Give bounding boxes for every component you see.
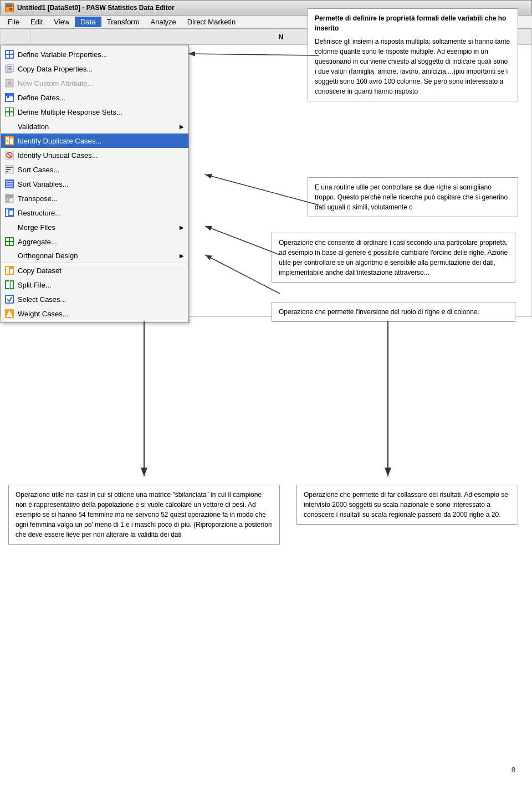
annotation-bottom-left-body: Operazione utile nei casi in cui si otti… — [16, 490, 273, 540]
svg-rect-44 — [6, 209, 8, 216]
menu-view[interactable]: View — [48, 17, 75, 27]
aggregate-icon — [4, 237, 14, 247]
copy-data-properties-label: Copy Data Properties... — [18, 65, 93, 73]
svg-rect-23 — [6, 112, 9, 116]
identify-duplicate-icon — [4, 136, 14, 146]
data-menu-dropdown: Define Variable Properties... Copy Data … — [1, 45, 189, 323]
svg-rect-59 — [6, 296, 13, 302]
menu-validation[interactable]: Validation ▶ — [1, 119, 188, 134]
svg-rect-42 — [6, 195, 13, 198]
transpose-icon — [4, 193, 14, 203]
copy-data-icon — [4, 64, 14, 74]
identify-duplicate-cases-label: Identify Duplicate Cases... — [18, 137, 101, 145]
menu-orthogonal-design[interactable]: Orthogonal Design ▶ — [1, 249, 188, 263]
annotation-top: Permette di definire le proprietà formal… — [308, 8, 518, 101]
svg-rect-55 — [6, 281, 9, 288]
svg-rect-49 — [6, 242, 9, 245]
annotation-duplicate: E una routine utile per controllare se d… — [308, 177, 518, 217]
app-icon — [5, 3, 14, 12]
annotation-transpose: Operazione che permette l'inversione del… — [272, 302, 515, 322]
define-dates-label: Define Dates... — [18, 94, 65, 102]
svg-rect-24 — [10, 112, 13, 116]
menu-define-variable-properties[interactable]: Define Variable Properties... — [1, 47, 188, 61]
menu-copy-data-properties[interactable]: Copy Data Properties... — [1, 61, 188, 76]
svg-rect-7 — [10, 51, 13, 54]
menu-transform[interactable]: Transform — [101, 17, 145, 27]
menu-restructure[interactable]: Restructure... — [1, 206, 188, 220]
menu-identify-unusual-cases[interactable]: Identify Unusual Cases... — [1, 148, 188, 162]
sort-cases-label: Sort Cases... — [18, 166, 59, 174]
split-file-label: Split File... — [18, 281, 52, 289]
menu-merge-files[interactable]: Merge Files ▶ — [1, 220, 188, 234]
select-cases-icon — [4, 294, 14, 304]
annotation-transpose-body: Operazione che permette l'inversione del… — [279, 307, 508, 317]
aggregate-label: Aggregate... — [18, 238, 57, 246]
restructure-icon — [4, 208, 14, 218]
annotation-bottom-right-body: Operazione che permette di far collassar… — [304, 490, 511, 520]
menu-define-multiple-response[interactable]: Define Multiple Response Sets... — [1, 105, 188, 119]
menu-data[interactable]: Data — [75, 17, 101, 27]
copy-dataset-label: Copy Dataset — [18, 266, 62, 275]
identify-unusual-cases-label: Identify Unusual Cases... — [18, 151, 98, 160]
merge-files-arrow: ▶ — [180, 224, 184, 230]
sort-variables-label: Sort Variables... — [18, 180, 69, 188]
menu-aggregate[interactable]: Aggregate... — [1, 234, 188, 249]
svg-rect-27 — [10, 138, 13, 144]
transpose-label: Transpose... — [18, 194, 58, 203]
svg-rect-18 — [6, 94, 13, 96]
identify-unusual-icon — [4, 150, 14, 160]
svg-rect-57 — [11, 281, 13, 288]
sort-cases-icon — [4, 165, 14, 175]
menu-select-cases[interactable]: Select Cases... — [1, 292, 188, 306]
svg-rect-50 — [10, 242, 13, 245]
define-dates-icon — [4, 93, 14, 102]
svg-rect-8 — [10, 55, 13, 58]
menu-define-dates[interactable]: Define Dates... — [1, 90, 188, 105]
menu-sort-variables[interactable]: Sort Variables... — [1, 177, 188, 191]
restructure-label: Restructure... — [18, 209, 61, 217]
annotation-bottom-right: Operazione che permette di far collassar… — [296, 485, 518, 525]
svg-rect-22 — [10, 108, 13, 111]
menu-analyze[interactable]: Analyze — [145, 17, 182, 27]
svg-text:A: A — [8, 80, 12, 86]
validation-icon — [4, 121, 14, 131]
merge-files-label: Merge Files — [18, 223, 55, 232]
define-multiple-response-icon — [4, 107, 14, 117]
svg-rect-1 — [9, 4, 12, 7]
svg-rect-5 — [6, 51, 9, 54]
row-header — [1, 29, 30, 45]
menu-transpose[interactable]: Transpose... — [1, 191, 188, 206]
validation-label: Validation — [18, 122, 49, 131]
svg-rect-3 — [9, 8, 12, 11]
annotation-duplicate-body: E una routine utile per controllare se d… — [315, 182, 511, 212]
new-custom-icon: A — [4, 78, 14, 88]
annotation-bottom-left: Operazione utile nei casi in cui si otti… — [8, 485, 280, 545]
define-multiple-response-label: Define Multiple Response Sets... — [18, 108, 122, 116]
menu-edit[interactable]: Edit — [25, 17, 48, 27]
menu-file[interactable]: File — [2, 17, 25, 27]
copy-dataset-icon — [4, 265, 14, 275]
menu-copy-dataset[interactable]: Copy Dataset — [1, 263, 188, 278]
svg-rect-0 — [6, 4, 9, 7]
validation-arrow: ▶ — [180, 124, 184, 130]
window-title: Untitled1 [DataSet0] - PASW Statistics D… — [17, 4, 175, 12]
weight-cases-icon — [4, 309, 14, 319]
menu-identify-duplicate-cases[interactable]: Identify Duplicate Cases... — [1, 134, 188, 148]
menu-sort-cases[interactable]: Sort Cases... — [1, 162, 188, 177]
sort-variables-icon — [4, 179, 14, 189]
svg-rect-52 — [6, 267, 9, 274]
svg-rect-6 — [6, 55, 9, 58]
define-var-icon — [4, 49, 14, 59]
svg-point-28 — [7, 140, 9, 142]
new-custom-attribute-label: New Custom Attribute... — [18, 79, 94, 88]
menu-direct-marketing[interactable]: Direct Marketin — [182, 17, 241, 27]
svg-rect-45 — [9, 211, 13, 215]
menu-split-file[interactable]: Split File... — [1, 278, 188, 292]
svg-rect-2 — [6, 8, 9, 11]
menu-weight-cases[interactable]: Weight Cases... — [1, 306, 188, 321]
svg-rect-21 — [6, 108, 9, 111]
split-file-icon — [4, 280, 14, 290]
orthogonal-design-label: Orthogonal Design — [18, 252, 78, 260]
define-variable-properties-label: Define Variable Properties... — [18, 50, 108, 59]
menu-new-custom-attribute[interactable]: A New Custom Attribute... — [1, 76, 188, 90]
